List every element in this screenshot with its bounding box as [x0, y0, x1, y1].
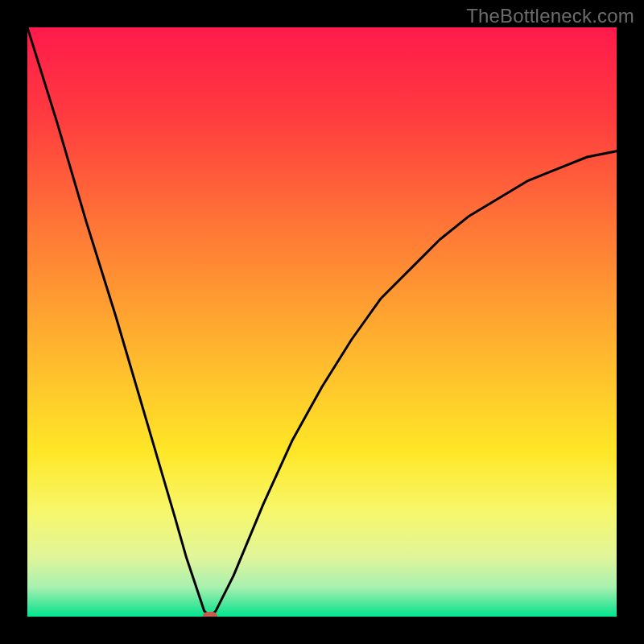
plot-area: [27, 27, 617, 617]
chart-frame: TheBottleneck.com: [0, 0, 644, 644]
watermark-text: TheBottleneck.com: [466, 5, 634, 27]
optimum-marker: [203, 612, 217, 617]
bottleneck-curve: [27, 27, 617, 617]
